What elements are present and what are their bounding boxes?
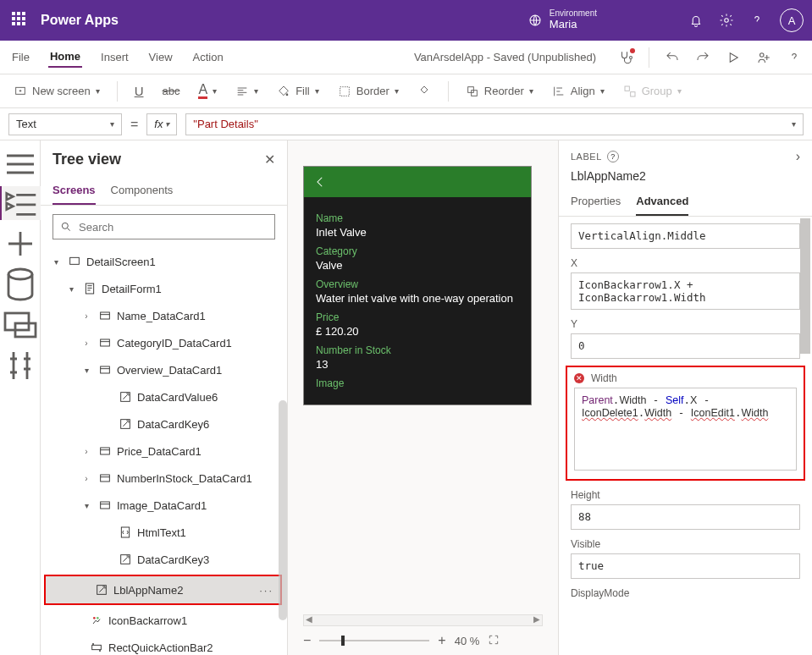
node-datacardkey6[interactable]: DataCardKey6 xyxy=(41,410,287,438)
font-color-button[interactable]: A▾ xyxy=(193,80,222,102)
node-datacardkey3[interactable]: DataCardKey3 xyxy=(41,546,287,573)
data-rail-icon[interactable] xyxy=(0,267,41,301)
node-name-datacard[interactable]: ›Name_DataCard1 xyxy=(41,302,287,329)
svg-rect-17 xyxy=(101,339,110,346)
node-iconbackarrow1[interactable]: IconBackarrow1 xyxy=(41,607,287,634)
x-input[interactable]: IconBackarrow1.X + IconBackarrow1.Width xyxy=(571,272,800,310)
node-detailform1[interactable]: ▾DetailForm1 xyxy=(41,275,287,302)
align-button[interactable]: Align▾ xyxy=(547,81,610,102)
fx-button[interactable]: fx▾ xyxy=(146,113,177,135)
field-category-value: Valve xyxy=(316,259,519,272)
visible-input[interactable]: true xyxy=(571,553,800,579)
tab-properties[interactable]: Properties xyxy=(571,190,621,216)
menu-insert[interactable]: Insert xyxy=(99,47,130,67)
svg-point-28 xyxy=(97,617,99,619)
canvas-horizontal-scrollbar[interactable] xyxy=(303,614,543,626)
visible-label: Visible xyxy=(571,538,800,550)
group-button: Group▾ xyxy=(618,81,687,102)
field-overview-label: Overview xyxy=(316,278,519,290)
svg-rect-23 xyxy=(101,502,110,509)
menu-file[interactable]: File xyxy=(10,47,31,67)
stethoscope-icon[interactable] xyxy=(618,50,633,65)
border-button[interactable]: Border▾ xyxy=(333,81,404,102)
app-header: Power Apps Environment Maria A xyxy=(0,0,812,41)
svg-rect-16 xyxy=(101,312,110,319)
help-menu-icon[interactable] xyxy=(787,50,802,65)
tree-search[interactable] xyxy=(52,214,275,239)
reorder-button[interactable]: Reorder▾ xyxy=(461,81,539,102)
menu-view[interactable]: View xyxy=(147,47,174,67)
new-screen-button[interactable]: New screen▾ xyxy=(8,81,105,102)
avatar[interactable]: A xyxy=(780,8,804,32)
node-lblappname2[interactable]: LblAppName2··· xyxy=(46,576,280,603)
verticalalign-input[interactable]: VerticalAlign.Middle xyxy=(571,223,800,249)
props-scrollbar[interactable] xyxy=(800,218,810,354)
tools-rail-icon[interactable] xyxy=(0,349,41,383)
back-arrow-icon[interactable] xyxy=(312,174,328,190)
tree-view-rail-icon[interactable] xyxy=(0,186,41,220)
insert-rail-icon[interactable] xyxy=(0,227,41,261)
search-input[interactable] xyxy=(79,221,268,234)
height-input[interactable]: 88 xyxy=(571,504,800,530)
node-category-datacard[interactable]: ›CategoryID_DataCard1 xyxy=(41,329,287,356)
app-preview[interactable]: Name Inlet Valve Category Valve Overview… xyxy=(303,166,532,405)
svg-rect-21 xyxy=(101,448,110,454)
x-label: X xyxy=(571,257,800,269)
y-label: Y xyxy=(571,318,800,330)
svg-point-30 xyxy=(92,643,93,644)
info-icon[interactable]: ? xyxy=(607,151,619,162)
svg-point-13 xyxy=(62,223,68,228)
node-htmltext1[interactable]: HtmlText1 xyxy=(41,519,287,546)
field-overview-value: Water inlet valve with one-way operation xyxy=(316,292,519,305)
tab-advanced[interactable]: Advanced xyxy=(636,190,688,216)
menu-action[interactable]: Action xyxy=(191,47,225,67)
help-icon[interactable] xyxy=(749,13,765,28)
undo-icon[interactable] xyxy=(665,50,680,65)
svg-rect-18 xyxy=(101,366,110,373)
play-icon[interactable] xyxy=(726,50,741,65)
tab-components[interactable]: Components xyxy=(111,179,174,205)
align-text-button[interactable]: ▾ xyxy=(230,81,263,102)
waffle-icon[interactable] xyxy=(12,12,29,29)
fit-icon[interactable] xyxy=(488,634,500,648)
more-icon[interactable]: ··· xyxy=(259,584,273,597)
strikethrough-button[interactable]: abc xyxy=(157,81,185,101)
bell-icon[interactable] xyxy=(688,13,704,28)
property-selector[interactable]: Text▾ xyxy=(8,113,122,135)
formula-input[interactable]: "Part Details"▾ xyxy=(185,113,804,135)
node-stock-datacard[interactable]: ›NumberInStock_DataCard1 xyxy=(41,465,287,492)
zoom-slider[interactable] xyxy=(319,640,429,641)
gear-icon[interactable] xyxy=(719,13,734,28)
fill-button[interactable]: Fill▾ xyxy=(272,81,324,102)
document-status: VanArsdelApp - Saved (Unpublished) xyxy=(414,51,596,63)
zoom-in-icon[interactable]: + xyxy=(438,633,445,648)
media-rail-icon[interactable] xyxy=(0,308,41,342)
width-input[interactable]: Parent.Width - Self.X - IconDelete1.Widt… xyxy=(574,388,797,471)
field-price-label: Price xyxy=(316,311,519,323)
node-datacardvalue6[interactable]: DataCardValue6 xyxy=(41,383,287,410)
height-label: Height xyxy=(571,489,800,501)
tab-screens[interactable]: Screens xyxy=(52,179,96,205)
selected-control-name: LblAppName2 xyxy=(559,168,812,190)
node-image-datacard[interactable]: ▾Image_DataCard1 xyxy=(41,492,287,519)
environment-name[interactable]: Maria xyxy=(550,18,597,31)
close-icon[interactable]: ✕ xyxy=(264,151,275,168)
svg-rect-22 xyxy=(101,475,110,482)
node-detailscreen1[interactable]: ▾DetailScreen1 xyxy=(41,248,287,275)
format-painter-icon[interactable] xyxy=(412,81,436,102)
zoom-out-icon[interactable]: − xyxy=(303,633,311,648)
underline-button[interactable]: U xyxy=(130,80,149,102)
redo-icon[interactable] xyxy=(695,50,710,65)
node-overview-datacard[interactable]: ▾Overview_DataCard1 xyxy=(41,356,287,383)
node-price-datacard[interactable]: ›Price_DataCard1 xyxy=(41,438,287,465)
menu-home[interactable]: Home xyxy=(48,47,82,68)
tree-title: Tree view xyxy=(52,151,121,168)
hamburger-icon[interactable] xyxy=(0,149,41,179)
share-icon[interactable] xyxy=(756,50,771,65)
tree-scrollbar[interactable] xyxy=(279,400,287,620)
node-rectquickactionbar2[interactable]: RectQuickActionBar2 xyxy=(41,634,287,655)
y-input[interactable]: 0 xyxy=(571,333,800,359)
svg-point-27 xyxy=(93,617,96,619)
expand-icon[interactable]: › xyxy=(796,149,800,164)
environment-icon[interactable] xyxy=(528,13,543,28)
